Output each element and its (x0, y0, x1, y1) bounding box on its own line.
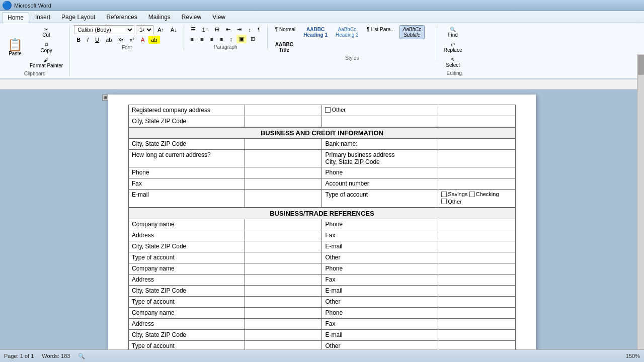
email-value[interactable] (245, 190, 322, 208)
format-painter-button[interactable]: 🖌 Format Painter (27, 56, 65, 70)
ref1-phone-value[interactable] (438, 219, 516, 230)
ref3-phone-value[interactable] (438, 308, 516, 319)
font-size-select[interactable]: 14 (136, 25, 153, 34)
ref3-address-label: Address (129, 319, 245, 330)
copy-button[interactable]: ⧉ Copy (27, 40, 65, 55)
other-value[interactable] (438, 105, 516, 116)
multilevel-button[interactable]: ⊞ (212, 25, 222, 34)
ref2-email-value[interactable] (438, 286, 516, 297)
align-right-button[interactable]: ≡ (208, 35, 216, 43)
ref3-email-value[interactable] (438, 330, 516, 341)
registered-address-value[interactable] (245, 105, 322, 116)
style-subtitle[interactable]: AaBbCcSubtitle (399, 25, 425, 39)
section1-header: BUSINESS AND CREDIT INFORMATION (129, 128, 516, 139)
subscript-button[interactable]: x₂ (116, 35, 126, 44)
cut-button[interactable]: ✂ Cut (27, 25, 65, 39)
ref2-fax-value[interactable] (438, 275, 516, 286)
bullets-button[interactable]: ☰ (188, 25, 198, 34)
bold-button[interactable]: B (74, 36, 83, 44)
sort-button[interactable]: ↕ (246, 26, 254, 34)
fax-value[interactable] (245, 178, 322, 190)
title-bar-text: Microsoft Word (14, 3, 51, 9)
table-row: Company name Phone (129, 219, 516, 230)
ref1-email-value[interactable] (438, 241, 516, 252)
ref1-other-value[interactable] (438, 252, 516, 263)
style-title[interactable]: AABBCTitle (272, 40, 297, 54)
savings-cb-box[interactable] (441, 192, 447, 197)
ref2-other-value[interactable] (438, 297, 516, 308)
ref1-address-value[interactable] (245, 230, 322, 241)
ref3-company-value[interactable] (245, 308, 322, 319)
strikethrough-button[interactable]: ab (103, 36, 114, 44)
font-name-select[interactable]: Calibri (Body) (74, 25, 134, 34)
font-label: Font (122, 45, 132, 50)
font-shrink-button[interactable]: A↓ (168, 26, 180, 34)
style-heading1[interactable]: AABBCHeading 1 (300, 25, 331, 39)
city-zip-top-value[interactable] (245, 116, 322, 127)
shading-button[interactable]: ▣ (236, 35, 247, 43)
highlight-button[interactable]: ab (148, 36, 159, 44)
find-button[interactable]: 🔍 Find (441, 25, 465, 39)
ref1-fax-value[interactable] (438, 230, 516, 241)
account-number-value[interactable] (438, 178, 516, 190)
underline-button[interactable]: U (93, 36, 102, 44)
how-long-value[interactable] (245, 150, 322, 167)
tab-page-layout[interactable]: Page Layout (56, 12, 100, 23)
other-account-cb-box[interactable] (441, 199, 447, 204)
bank-phone-value[interactable] (438, 167, 516, 178)
tab-review[interactable]: Review (177, 12, 206, 23)
select-button[interactable]: ↖ Select (441, 55, 465, 69)
table-row: E-mail Type of account Savings Checking … (129, 190, 516, 208)
tab-home[interactable]: Home (2, 12, 29, 23)
city-zip-top-col4[interactable] (438, 116, 516, 127)
tab-references[interactable]: References (101, 12, 142, 23)
phone-value[interactable] (245, 167, 322, 178)
style-heading2[interactable]: AaBbCcHeading 2 (332, 25, 362, 39)
paste-button[interactable]: 📋 Paste (4, 36, 26, 59)
align-left-button[interactable]: ≡ (188, 35, 196, 43)
italic-button[interactable]: I (85, 36, 91, 44)
ref2-company-value[interactable] (245, 263, 322, 275)
ref2-type-value[interactable] (245, 297, 322, 308)
align-center-button[interactable]: ≡ (198, 35, 206, 43)
city-zip-value[interactable] (245, 139, 322, 150)
style-list-para[interactable]: ¶ List Para... (363, 25, 398, 39)
border-button[interactable]: ⊞ (248, 35, 258, 43)
ref2-type-label: Type of account (129, 297, 245, 308)
font-color-button[interactable]: A (138, 36, 147, 44)
zoom-level: 150% (626, 353, 640, 359)
ref3-address-value[interactable] (245, 319, 322, 330)
font-grow-button[interactable]: A↑ (155, 26, 167, 34)
move-handle[interactable]: ⊞ (102, 95, 108, 101)
style-normal[interactable]: ¶ Normal (272, 25, 299, 39)
decrease-indent-button[interactable]: ⇤ (223, 25, 233, 34)
tab-view[interactable]: View (207, 12, 230, 23)
scrollbar-thumb[interactable] (638, 55, 644, 75)
tab-mailings[interactable]: Mailings (143, 12, 176, 23)
superscript-button[interactable]: x² (127, 36, 137, 44)
ref3-fax-value[interactable] (438, 319, 516, 330)
ref1-email-label: E-mail (322, 241, 438, 252)
replace-button[interactable]: ⇄ Replace (441, 40, 465, 54)
show-marks-button[interactable]: ¶ (255, 26, 263, 34)
ref1-city-value[interactable] (245, 241, 322, 252)
ref1-type-value[interactable] (245, 252, 322, 263)
justify-button[interactable]: ≡ (217, 35, 225, 43)
table-row: Fax Account number (129, 178, 516, 190)
tab-insert[interactable]: Insert (30, 12, 55, 23)
numbering-button[interactable]: 1≡ (200, 26, 211, 34)
checking-cb-box[interactable] (469, 192, 475, 197)
primary-address-value[interactable] (438, 150, 516, 167)
language-indicator: 🔍 (78, 353, 85, 359)
ref2-city-value[interactable] (245, 286, 322, 297)
ref2-phone-value[interactable] (438, 263, 516, 275)
bank-name-value[interactable] (438, 139, 516, 150)
other-checkbox-box[interactable] (325, 107, 331, 113)
ref2-address-value[interactable] (245, 275, 322, 286)
page-info: Page: 1 of 1 (4, 353, 34, 359)
ref1-company-value[interactable] (245, 219, 322, 230)
line-spacing-button[interactable]: ↕ (227, 35, 235, 43)
ref3-city-value[interactable] (245, 330, 322, 341)
vertical-scrollbar[interactable] (637, 54, 644, 349)
increase-indent-button[interactable]: ⇥ (234, 25, 244, 34)
